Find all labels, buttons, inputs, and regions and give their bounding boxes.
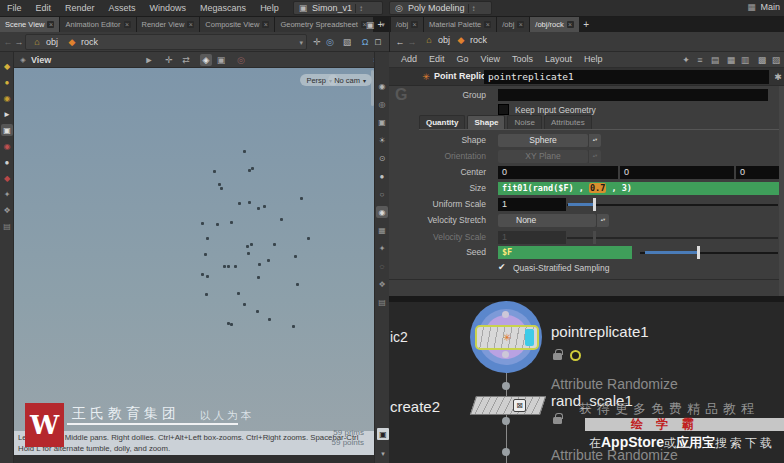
snapshot-camera-icon[interactable]: ▣ [377,428,389,440]
tab-scene-view[interactable]: Scene View× [0,17,59,32]
velocity-stretch-spinner[interactable]: ▴▾ [596,214,609,227]
translate-icon[interactable]: ✛ [163,54,175,66]
layout-grid-icon[interactable]: ▦ [725,54,737,66]
sheet-icon[interactable]: ▤ [709,54,721,66]
close-tab-icon[interactable]: × [517,21,524,28]
network-editor[interactable]: ic2 ✳ pointreplicate1 ⊠ Attribute Random… [389,296,784,463]
tab-obj-1[interactable]: /obj× [391,17,423,32]
velocity-stretch-dropdown[interactable]: None [498,214,596,227]
pin-icon[interactable]: ✛ [311,36,323,48]
breadcrumb-rock[interactable]: ◆ rock [63,36,101,48]
uniform-scale-handle[interactable] [593,198,596,211]
main-desktop[interactable]: ▦ Main [745,1,780,13]
strip-more-icon[interactable]: ▾ [377,448,389,460]
close-tab-icon[interactable]: × [47,21,54,28]
wire-dot[interactable] [502,417,510,425]
swap-view-icon[interactable]: ⇄ [180,54,192,66]
close-tab-icon[interactable]: × [411,21,418,28]
path-field[interactable]: ⌂ obj ◆ rock ▾ [25,34,307,50]
terrain-tool-icon[interactable]: ❖ [1,204,13,216]
tab-geometry-spreadsheet[interactable]: Geometry Spreadsheet× [275,17,373,32]
desktop-selector[interactable]: ▣ Simon_v1 ↕ [293,1,383,15]
center-x-field[interactable]: 0 [498,166,618,179]
param-scrollbar[interactable] [779,86,784,296]
display-options-icon[interactable]: ▤ [376,296,388,308]
sculpt-tool-icon[interactable]: ✦ [1,188,13,200]
node-rand-scale1[interactable]: ⊠ [470,396,546,415]
pane-maximize-icon[interactable]: ▣ [364,19,376,31]
menu-help[interactable]: Help [253,0,286,16]
menu-view[interactable]: View [475,52,506,67]
select-box-icon[interactable]: □ [372,36,384,48]
grid-icon[interactable]: ✦ [376,242,388,254]
close-tab-icon[interactable]: × [567,21,574,28]
forward-icon[interactable]: → [13,36,25,48]
close-tab-icon[interactable]: × [187,21,194,28]
breadcrumb-obj[interactable]: ⌂ obj [28,36,61,48]
center-y-field[interactable]: 0 [620,166,734,179]
pose-tool-icon[interactable]: ● [1,156,13,168]
forward-icon[interactable]: → [406,36,418,48]
menu-edit2[interactable]: Edit [423,52,451,67]
node-input-connector[interactable] [502,311,509,318]
seed-handle[interactable] [697,246,700,259]
pane-menu-arrow-icon[interactable]: ▾ [377,19,389,31]
menu-help2[interactable]: Help [578,52,609,67]
menu-render[interactable]: Render [58,0,102,16]
shading-icon[interactable]: ⊙ [376,152,388,164]
secure-selection-icon[interactable]: ▣ [1,124,13,136]
cube-icon[interactable]: ▧ [341,36,353,48]
tab-animation-editor[interactable]: Animation Editor× [60,17,135,32]
shape-spinner[interactable]: ▴▾ [588,134,601,147]
tab-obj-rock[interactable]: /obj/rock× [530,17,578,32]
paint-tool-icon[interactable]: ◆ [1,172,13,184]
menu-file[interactable]: File [0,0,29,16]
spinner-icon[interactable]: ↕ [468,4,476,13]
visualizer-icon[interactable]: ❖ [376,278,388,290]
lighting-icon[interactable]: ☀ [376,134,388,146]
size-expression-field[interactable]: fit01(rand($F) , 0.7 , 3) [498,182,779,195]
sampling-check-icon[interactable]: ✔ [498,262,506,272]
new-tab-button[interactable]: + [580,17,593,32]
seed-expression-field[interactable]: $F [498,246,632,259]
wire-dot[interactable] [502,382,510,390]
close-tab-icon[interactable]: × [262,21,269,28]
panes-icon[interactable]: ▩ [756,54,768,66]
tab-attributes[interactable]: Attributes [544,115,592,129]
menu-go[interactable]: Go [451,52,475,67]
select-tool-icon[interactable]: ► [1,108,13,120]
tab-noise[interactable]: Noise [507,115,541,129]
breadcrumb-rock[interactable]: ◆ rock [452,34,490,46]
menu-layout[interactable]: Layout [539,52,578,67]
magnet-icon[interactable]: Ω [359,36,371,48]
tab-obj-2[interactable]: /obj× [497,17,529,32]
group-list-icon[interactable]: ◌ [376,260,388,272]
node-output-connector[interactable] [502,351,509,358]
tab-quantity[interactable]: Quantity [419,115,465,129]
bulb-off-icon[interactable]: ○ [376,188,388,200]
select-mode-icon[interactable]: ► [143,54,155,66]
menu-megascans[interactable]: Megascans [193,0,253,16]
menu-windows[interactable]: Windows [143,0,194,16]
shelf-tool-icon-2[interactable]: ● [1,76,13,88]
radial-menu-icon[interactable]: ◎ [324,36,336,48]
bulb-on-icon[interactable]: ● [376,170,388,182]
uniform-scale-track[interactable] [567,204,778,206]
uniform-scale-field[interactable]: 1 [498,198,566,211]
close-tab-icon[interactable]: × [124,21,131,28]
tab-shape[interactable]: Shape [467,115,505,129]
menu-assets[interactable]: Assets [102,0,143,16]
gear-icon[interactable]: ✱ [772,71,784,83]
wire-dot[interactable] [502,448,510,456]
tree-list-icon[interactable]: ≡ [694,54,706,66]
back-icon[interactable]: ← [394,36,406,48]
menu-edit[interactable]: Edit [29,0,59,16]
group-input[interactable] [498,89,768,101]
panes2-icon[interactable]: ▨ [770,54,782,66]
snapshot-icon[interactable]: ◉ [376,206,388,218]
spinner-icon[interactable]: ↕ [355,4,363,13]
node-name-field[interactable]: pointreplicate1 [484,70,769,84]
lock-camera-icon[interactable]: ▣ [376,116,388,128]
shelf-set-selector[interactable]: ◎ Poly Modeling ↕ [389,1,492,15]
tab-material-palette[interactable]: Material Palette× [424,17,496,32]
